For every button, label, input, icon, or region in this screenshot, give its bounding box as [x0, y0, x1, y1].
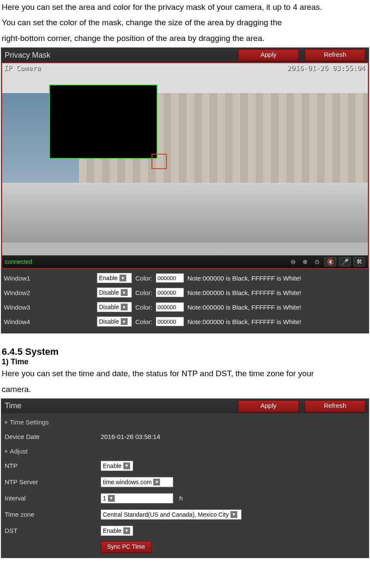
panel-title: Time: [5, 401, 232, 410]
window-label: Window4: [4, 318, 93, 325]
interval-label: Interval: [5, 494, 96, 502]
subsection-adjust: Adjust: [5, 445, 365, 458]
overlay-timestamp: 2016-01-26 03:55:04: [287, 64, 365, 72]
color-label: Color:: [135, 304, 152, 311]
refresh-button[interactable]: Refresh: [305, 49, 365, 61]
apply-button[interactable]: Apply: [238, 400, 299, 412]
time-panel: Time Apply Refresh Time Settings Device …: [1, 398, 369, 558]
window-row: Window1 Enable▼ Color: 000000 Note:00000…: [4, 271, 366, 285]
intro-line3: right-bottom corner, change the position…: [2, 32, 368, 45]
chevron-down-icon: ▼: [121, 318, 128, 325]
timezone-label: Time zone: [5, 511, 96, 518]
window-label: Window3: [4, 304, 93, 311]
overlay-camera-label: IP Camera: [4, 64, 41, 72]
color-note: Note:000000 is Black, FFFFFF is White!: [187, 289, 301, 296]
color-note: Note:000000 is Black, FFFFFF is White!: [187, 318, 301, 325]
interval-select[interactable]: 1▼: [101, 493, 173, 503]
color-label: Color:: [135, 318, 152, 325]
panel-header: Privacy Mask Apply Refresh: [1, 48, 369, 62]
device-date-label: Device Date: [5, 433, 96, 440]
chevron-down-icon: ▼: [230, 511, 237, 518]
section-heading: 6.4.5 System: [2, 346, 368, 357]
chevron-down-icon: ▼: [121, 289, 128, 296]
section-desc1: Here you can set the time and date, the …: [2, 367, 368, 380]
zoom-out-icon[interactable]: ⊖: [288, 257, 298, 266]
mute-icon[interactable]: 🔇: [324, 257, 336, 266]
window-row: Window4 Disable▼ Color: 000000 Note:0000…: [4, 314, 366, 329]
color-label: Color:: [135, 275, 152, 282]
panel-title: Privacy Mask: [5, 51, 232, 60]
connection-status: connected: [5, 258, 286, 265]
ntp-label: NTP: [5, 462, 96, 469]
enable-select[interactable]: Enable▼: [97, 273, 132, 283]
color-label: Color:: [135, 289, 152, 296]
privacy-mask-panel: Privacy Mask Apply Refresh IP Camera 201…: [1, 47, 369, 333]
intro-line1: Here you can set the area and color for …: [2, 1, 368, 14]
sync-pc-time-button[interactable]: Sync PC Time: [101, 541, 151, 553]
intro-line2: You can set the color of the mask, chang…: [2, 16, 368, 29]
privacy-mask-area[interactable]: [49, 85, 157, 159]
window-row: Window2 Disable▼ Color: 000000 Note:0000…: [4, 285, 366, 300]
device-date-value: 2016-01-26 03:58:14: [101, 433, 160, 440]
color-input[interactable]: 000000: [156, 273, 184, 283]
subsection-time-settings: Time Settings: [5, 416, 365, 429]
ntp-server-label: NTP Server: [5, 478, 96, 486]
chevron-down-icon: ▼: [119, 275, 126, 281]
video-toolbar: connected ⊖ ⊕ ⊙ 🔇 🎤 🛠: [2, 255, 368, 268]
mic-off-icon[interactable]: 🎤: [339, 257, 351, 266]
apply-button[interactable]: Apply: [238, 49, 299, 61]
bullet-icon: [5, 421, 7, 424]
chevron-down-icon: ▼: [123, 527, 130, 534]
zoom-in-icon[interactable]: ⊕: [300, 257, 310, 266]
ntp-server-select[interactable]: time.windows.com▼: [101, 477, 173, 487]
panel-header: Time Apply Refresh: [1, 399, 369, 413]
chevron-down-icon: ▼: [108, 495, 115, 502]
tools-icon[interactable]: 🛠: [353, 257, 365, 266]
color-input[interactable]: 000000: [156, 288, 184, 297]
section-subheading: 1) Time: [2, 357, 368, 366]
chevron-down-icon: ▼: [123, 462, 130, 469]
chevron-down-icon: ▼: [121, 304, 128, 310]
resize-handle[interactable]: [151, 154, 167, 169]
color-input[interactable]: 000000: [156, 317, 184, 326]
refresh-button[interactable]: Refresh: [305, 400, 365, 412]
interval-unit: h: [179, 494, 183, 502]
center-icon[interactable]: ⊙: [312, 257, 322, 266]
window-row: Window3 Disable▼ Color: 000000 Note:0000…: [4, 300, 366, 314]
dst-select[interactable]: Enable▼: [101, 526, 133, 536]
timezone-select[interactable]: Central Standard(US and Canada), Mexico …: [101, 509, 242, 520]
enable-select[interactable]: Disable▼: [97, 316, 132, 327]
window-label: Window1: [4, 275, 93, 282]
enable-select[interactable]: Disable▼: [97, 287, 132, 298]
window-label: Window2: [4, 289, 93, 296]
ntp-select[interactable]: Enable▼: [101, 461, 133, 471]
video-preview[interactable]: IP Camera 2016-01-26 03:55:04 connected …: [1, 62, 369, 269]
dst-label: DST: [5, 527, 96, 534]
chevron-down-icon: ▼: [153, 479, 160, 486]
window-rows: Window1 Enable▼ Color: 000000 Note:00000…: [1, 269, 369, 333]
color-input[interactable]: 000000: [156, 302, 184, 312]
section-desc2: camera.: [2, 383, 368, 396]
bullet-icon: [5, 450, 7, 453]
enable-select[interactable]: Disable▼: [97, 302, 132, 312]
color-note: Note:000000 is Black, FFFFFF is White!: [187, 275, 301, 282]
color-note: Note:000000 is Black, FFFFFF is White!: [187, 304, 301, 311]
